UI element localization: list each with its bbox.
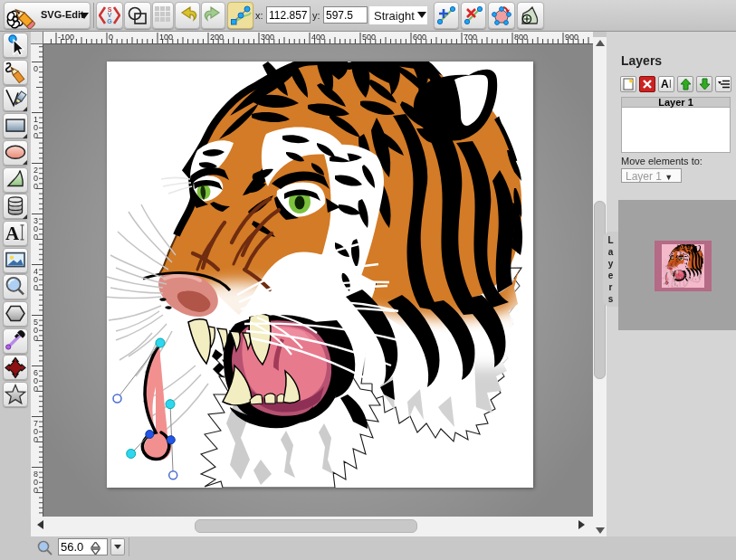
svg-text:0: 0: [109, 33, 113, 42]
svg-text:900: 900: [565, 33, 578, 42]
svg-text:500: 500: [362, 33, 376, 42]
svg-text:0: 0: [33, 64, 38, 73]
svg-text:V: V: [108, 12, 112, 18]
svg-text:200: 200: [210, 33, 224, 42]
svg-text:600: 600: [413, 33, 426, 42]
svg-text:300: 300: [261, 33, 274, 42]
svg-text:700: 700: [464, 33, 477, 42]
svg-text:A: A: [5, 223, 20, 244]
svg-text:100: 100: [159, 33, 173, 42]
svg-text:G: G: [107, 18, 112, 24]
svg-text:400: 400: [311, 33, 325, 42]
svg-text:800: 800: [514, 33, 528, 42]
